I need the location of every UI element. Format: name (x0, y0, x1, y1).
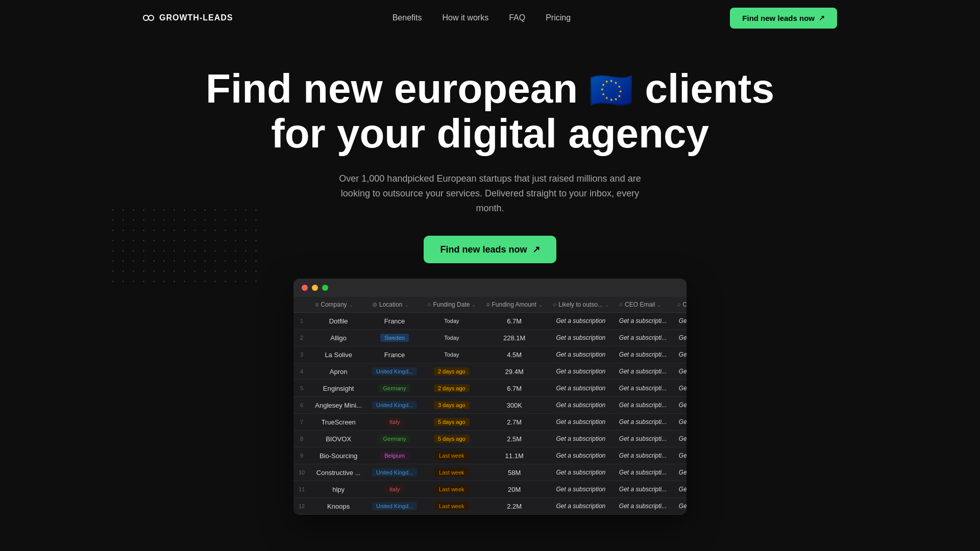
ceo-email-cell[interactable]: Get a subscripti... (614, 414, 672, 431)
table-row: 3 La Solive France Today 4.5M Get a subs… (293, 346, 687, 363)
funding-amount-cell: 228.1M (481, 330, 547, 346)
col-location[interactable]: ⊘Location⌄ (367, 297, 422, 313)
company-name: Knoops (310, 498, 367, 515)
nav-cta-button[interactable]: Find new leads now ↗ (730, 8, 837, 29)
col-funding-date[interactable]: ○Funding Date⌄ (422, 297, 481, 313)
ceo-email-cell[interactable]: Get a subscripti... (614, 380, 672, 397)
row-number: 7 (293, 414, 310, 431)
nav-link-how-it-works[interactable]: How it works (442, 13, 488, 22)
dot (122, 250, 124, 252)
col-company[interactable]: ≡Company⌄ (310, 297, 367, 313)
location-cell: France (367, 346, 422, 363)
ceo-email-cell[interactable]: Get a subscripti... (614, 313, 672, 330)
dot (112, 230, 114, 231)
dot (174, 260, 175, 262)
col-ceo-email[interactable]: ○CEO Email⌄ (614, 297, 672, 313)
nav-link-benefits[interactable]: Benefits (393, 13, 422, 22)
window-minimize-button[interactable] (312, 285, 318, 291)
likely-cell[interactable]: Get a subscription (548, 431, 614, 447)
likely-cell[interactable]: Get a subscription (548, 414, 614, 431)
ceo-phone-cell[interactable]: Get a subscripti... (672, 447, 687, 464)
dot (255, 260, 257, 262)
ceo-email-cell[interactable]: Get a subscripti... (614, 363, 672, 380)
window-maximize-button[interactable] (322, 285, 328, 291)
dot (225, 230, 226, 231)
dot (204, 230, 206, 231)
ceo-email-cell[interactable]: Get a subscripti... (614, 330, 672, 346)
hero-cta-button[interactable]: Find new leads now ↗ (424, 236, 556, 263)
likely-cell[interactable]: Get a subscription (548, 464, 614, 481)
likely-cell[interactable]: Get a subscription (548, 346, 614, 363)
dot (153, 281, 155, 282)
dot (204, 250, 206, 252)
likely-cell[interactable]: Get a subscription (548, 447, 614, 464)
ceo-email-cell[interactable]: Get a subscripti... (614, 397, 672, 414)
location-cell: Germany (367, 380, 422, 397)
row-number: 2 (293, 330, 310, 346)
dot (204, 219, 206, 221)
funding-amount-cell: 6.7M (481, 313, 547, 330)
nav-link-faq[interactable]: FAQ (509, 13, 525, 22)
dot (112, 240, 114, 241)
likely-cell[interactable]: Get a subscription (548, 397, 614, 414)
ceo-email-cell[interactable]: Get a subscripti... (614, 481, 672, 498)
window-close-button[interactable] (302, 285, 308, 291)
likely-cell[interactable]: Get a subscription (548, 330, 614, 346)
date-badge: Last week (435, 502, 469, 510)
ceo-email-cell[interactable]: Get a subscripti... (614, 498, 672, 515)
dot (153, 230, 155, 231)
ceo-phone-cell[interactable]: Get a subscripti... (672, 346, 687, 363)
likely-cell[interactable]: Get a subscription (548, 313, 614, 330)
col-funding-amount[interactable]: ≡Funding Amount⌄ (481, 297, 547, 313)
ceo-phone-cell[interactable]: Get a subscripti... (672, 397, 687, 414)
row-number: 8 (293, 431, 310, 447)
logo[interactable]: GROWTH-LEADS (143, 13, 233, 22)
dot (122, 281, 124, 282)
ceo-phone-cell[interactable]: Get a subscripti... (672, 464, 687, 481)
dot (245, 260, 247, 262)
dot (214, 281, 216, 282)
ceo-phone-cell[interactable]: Get a subscripti... (672, 431, 687, 447)
funding-amount-cell: 4.5M (481, 346, 547, 363)
dot (112, 260, 114, 262)
ceo-email-cell[interactable]: Get a subscripti... (614, 447, 672, 464)
ceo-phone-cell[interactable]: Get a subscripti... (672, 414, 687, 431)
ceo-phone-cell[interactable]: Get a subscripti... (672, 313, 687, 330)
dot (255, 209, 257, 211)
col-ceo-phone[interactable]: ○CEO Phone ...⌄ (672, 297, 687, 313)
dot (133, 240, 134, 241)
ceo-phone-cell[interactable]: Get a subscripti... (672, 380, 687, 397)
col-likely[interactable]: ○Likely to outso...⌄ (548, 297, 614, 313)
location-badge: United Kingd... (372, 502, 417, 510)
likely-cell[interactable]: Get a subscription (548, 363, 614, 380)
funding-date-cell: Last week (422, 464, 481, 481)
ceo-phone-cell[interactable]: Get a subscripti... (672, 330, 687, 346)
funding-date-cell: 5 days ago (422, 431, 481, 447)
logo-icon (143, 15, 154, 21)
table-row: 5 Enginsight Germany 2 days ago 6.7M Get… (293, 380, 687, 397)
nav-link-pricing[interactable]: Pricing (546, 13, 571, 22)
ceo-phone-cell[interactable]: Get a subscripti... (672, 363, 687, 380)
row-number: 11 (293, 481, 310, 498)
dot (122, 270, 124, 272)
dot (255, 250, 257, 252)
likely-cell[interactable]: Get a subscription (548, 380, 614, 397)
dot (122, 230, 124, 231)
dot (143, 260, 144, 262)
funding-amount-cell: 20M (481, 481, 547, 498)
funding-amount-cell: 6.7M (481, 380, 547, 397)
dot (235, 230, 236, 231)
funding-date-cell: Today (422, 330, 481, 346)
dot (184, 219, 185, 221)
dot (235, 219, 236, 221)
ceo-phone-cell[interactable]: Get a subscripti... (672, 481, 687, 498)
ceo-email-cell[interactable]: Get a subscripti... (614, 346, 672, 363)
dot (214, 270, 216, 272)
ceo-email-cell[interactable]: Get a subscripti... (614, 431, 672, 447)
funding-date-cell: Last week (422, 498, 481, 515)
window-titlebar (293, 279, 687, 297)
ceo-phone-cell[interactable]: Get a subscripti... (672, 498, 687, 515)
likely-cell[interactable]: Get a subscription (548, 481, 614, 498)
likely-cell[interactable]: Get a subscription (548, 498, 614, 515)
ceo-email-cell[interactable]: Get a subscripti... (614, 464, 672, 481)
